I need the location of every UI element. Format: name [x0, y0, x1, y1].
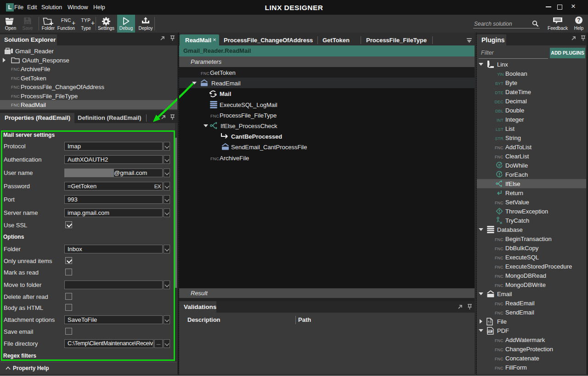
svg-text:PDF: PDF — [487, 330, 492, 332]
